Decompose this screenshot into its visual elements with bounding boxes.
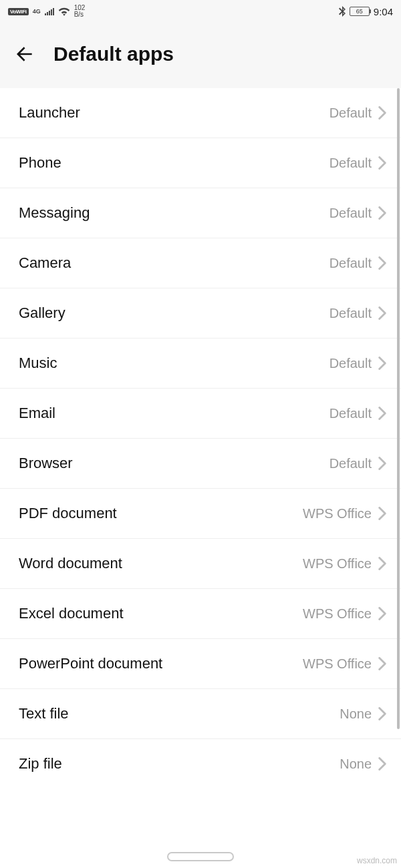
row-phone[interactable]: Phone Default [0, 138, 401, 188]
row-value: Default [329, 206, 372, 221]
row-label: Launcher [19, 104, 329, 122]
row-label: Messaging [19, 204, 329, 222]
row-label: Browser [19, 455, 329, 472]
chevron-right-icon [378, 707, 386, 720]
row-label: Phone [19, 154, 329, 172]
default-apps-list: Launcher Default Phone Default Messaging… [0, 88, 401, 789]
status-bar: VoWiFi 4G 102 B/s 65 9:04 [0, 0, 401, 23]
row-value: Default [329, 356, 372, 371]
row-value: Default [329, 156, 372, 171]
network-gen: 4G [33, 9, 41, 14]
row-value: WPS Office [303, 606, 372, 622]
chevron-right-icon [378, 106, 386, 120]
row-label: Music [19, 355, 329, 372]
chevron-right-icon [378, 407, 386, 420]
scrollbar[interactable] [397, 88, 400, 729]
vowifi-badge: VoWiFi [8, 8, 29, 15]
row-value: WPS Office [303, 556, 372, 572]
chevron-right-icon [378, 507, 386, 520]
row-label: Text file [19, 705, 340, 722]
row-label: Excel document [19, 605, 303, 622]
row-value: Default [329, 105, 372, 121]
chevron-right-icon [378, 657, 386, 670]
row-pdf-document[interactable]: PDF document WPS Office [0, 489, 401, 539]
clock: 9:04 [374, 6, 393, 17]
signal-icon [45, 7, 54, 15]
battery-level: 65 [356, 8, 363, 15]
row-messaging[interactable]: Messaging Default [0, 188, 401, 238]
back-button[interactable] [13, 43, 36, 65]
chevron-right-icon [378, 256, 386, 270]
row-value: None [340, 756, 372, 772]
row-label: Word document [19, 555, 303, 572]
bluetooth-icon [339, 6, 346, 17]
row-label: Email [19, 405, 329, 422]
wifi-icon [58, 7, 70, 16]
network-speed: 102 B/s [74, 5, 86, 18]
status-right: 65 9:04 [339, 6, 393, 17]
row-value: Default [329, 306, 372, 321]
row-label: PowerPoint document [19, 655, 303, 672]
status-left: VoWiFi 4G 102 B/s [8, 5, 85, 18]
row-music[interactable]: Music Default [0, 339, 401, 389]
chevron-right-icon [378, 457, 386, 470]
page-header: Default apps [0, 23, 401, 88]
row-text-file[interactable]: Text file None [0, 689, 401, 739]
row-camera[interactable]: Camera Default [0, 238, 401, 288]
row-value: Default [329, 406, 372, 421]
row-value: WPS Office [303, 656, 372, 672]
row-zip-file[interactable]: Zip file None [0, 739, 401, 789]
row-powerpoint-document[interactable]: PowerPoint document WPS Office [0, 639, 401, 689]
row-email[interactable]: Email Default [0, 389, 401, 439]
row-value: Default [329, 456, 372, 471]
watermark: wsxdn.com [357, 856, 397, 865]
row-gallery[interactable]: Gallery Default [0, 288, 401, 339]
chevron-right-icon [378, 607, 386, 620]
row-value: None [340, 706, 372, 722]
row-value: WPS Office [303, 506, 372, 521]
chevron-right-icon [378, 357, 386, 370]
chevron-right-icon [378, 557, 386, 570]
row-browser[interactable]: Browser Default [0, 439, 401, 489]
row-excel-document[interactable]: Excel document WPS Office [0, 589, 401, 639]
page-title: Default apps [53, 43, 174, 65]
row-label: PDF document [19, 505, 303, 522]
row-launcher[interactable]: Launcher Default [0, 88, 401, 138]
chevron-right-icon [378, 206, 386, 220]
chevron-right-icon [378, 306, 386, 320]
battery-icon: 65 [350, 7, 370, 16]
row-label: Gallery [19, 304, 329, 322]
arrow-left-icon [14, 43, 35, 65]
row-label: Camera [19, 254, 329, 272]
chevron-right-icon [378, 757, 386, 771]
row-label: Zip file [19, 755, 340, 773]
chevron-right-icon [378, 156, 386, 170]
row-value: Default [329, 256, 372, 271]
speed-unit: B/s [74, 11, 84, 18]
row-word-document[interactable]: Word document WPS Office [0, 539, 401, 589]
gesture-nav-handle[interactable] [167, 852, 234, 861]
